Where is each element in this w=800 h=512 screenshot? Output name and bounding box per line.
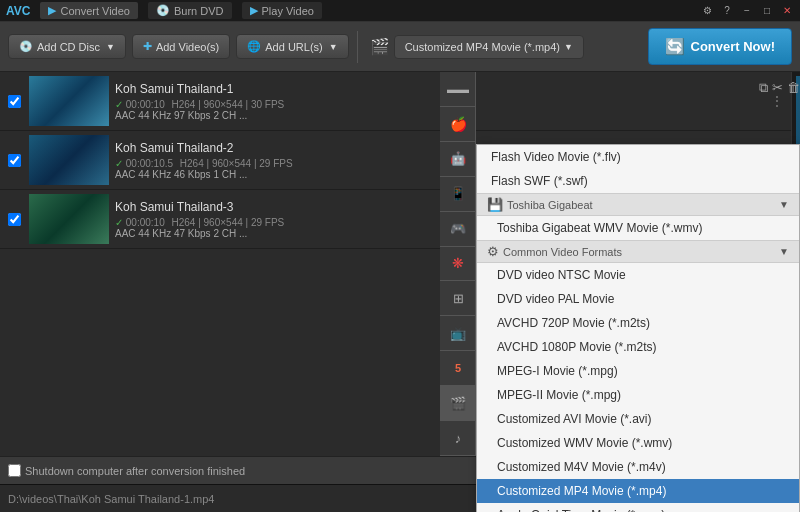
format-item-flv[interactable]: Flash Video Movie (*.flv) <box>477 145 799 169</box>
format-item-avchd-1080[interactable]: AVCHD 1080P Movie (*.m2ts) <box>477 335 799 359</box>
section-toshiba[interactable]: 💾 Toshiba Gigabeat ▼ <box>477 193 799 216</box>
format-item-m4v-label: Customized M4V Movie (*.m4v) <box>497 460 666 474</box>
help-icon[interactable]: ? <box>720 4 734 18</box>
format-item-toshiba-wmv[interactable]: Toshiba Gigabeat WMV Movie (*.wmv) <box>477 216 799 240</box>
sidebar-item-windows[interactable]: ⊞ <box>440 281 476 316</box>
shutdown-checkbox[interactable] <box>8 464 21 477</box>
sidebar-item-music[interactable]: ♪ <box>440 421 476 456</box>
add-url-button[interactable]: 🌐 Add URL(s) ▼ <box>236 34 348 59</box>
url-chevron[interactable]: ▼ <box>329 42 338 52</box>
tab-burn-dvd[interactable]: 💿 Burn DVD <box>148 2 232 19</box>
sidebar-item-film[interactable]: 🎬 <box>440 386 476 421</box>
sidebar-item-mobile[interactable]: 📱 <box>440 177 476 212</box>
section-toshiba-label: Toshiba Gigabeat <box>507 199 593 211</box>
video-format-icon: 🎬 <box>370 37 390 56</box>
format-item-flv-label: Flash Video Movie (*.flv) <box>491 150 621 164</box>
format-item-mpeg1-label: MPEG-I Movie (*.mpg) <box>497 364 618 378</box>
title-bar: AVC ▶ Convert Video 💿 Burn DVD ▶ Play Vi… <box>0 0 800 22</box>
add-videos-icon: ✚ <box>143 40 152 53</box>
add-videos-label: Add Video(s) <box>156 41 219 53</box>
format-item-dvd-ntsc[interactable]: DVD video NTSC Movie <box>477 263 799 287</box>
format-dropdown: Flash Video Movie (*.flv) Flash SWF (*.s… <box>476 144 800 512</box>
section-common-video-label: Common Video Formats <box>503 246 622 258</box>
shutdown-label: Shutdown computer after conversion finis… <box>25 465 245 477</box>
video-thumbnail <box>29 76 109 126</box>
sidebar-item-general[interactable]: ▬▬ <box>440 72 476 107</box>
close-button[interactable]: ✕ <box>780 4 794 18</box>
video-duration-val: 00:00:10 <box>126 217 165 228</box>
format-item-mp4-label: Customized MP4 Movie (*.mp4) <box>497 484 666 498</box>
url-icon: 🌐 <box>247 40 261 53</box>
video-thumbnail <box>29 194 109 244</box>
format-item-wmv[interactable]: Customized WMV Movie (*.wmv) <box>477 431 799 455</box>
copy-icon[interactable]: ⧉ <box>759 80 768 96</box>
add-cd-disc-button[interactable]: 💿 Add CD Disc ▼ <box>8 34 126 59</box>
add-videos-button[interactable]: ✚ Add Video(s) <box>132 34 230 59</box>
format-selector-label: Customized MP4 Movie (*.mp4) <box>405 41 560 53</box>
format-item-wmv-label: Customized WMV Movie (*.wmv) <box>497 436 672 450</box>
video-thumbnail <box>29 135 109 185</box>
format-item-mov[interactable]: Apple QuickTime Movie (*.mov) <box>477 503 799 512</box>
video-duration: ✓ <box>115 99 126 110</box>
section-common-video[interactable]: ⚙ Common Video Formats ▼ <box>477 240 799 263</box>
video-codec: H264 | 960×544 | 29 FPS <box>180 158 293 169</box>
sidebar-item-android[interactable]: 🤖 <box>440 142 476 177</box>
format-item-m4v[interactable]: Customized M4V Movie (*.m4v) <box>477 455 799 479</box>
shutdown-option[interactable]: Shutdown computer after conversion finis… <box>8 464 245 477</box>
toolbar-separator <box>357 31 358 63</box>
format-item-avchd-720-label: AVCHD 720P Movie (*.m2ts) <box>497 316 650 330</box>
format-item-mpeg2-label: MPEG-II Movie (*.mpg) <box>497 388 621 402</box>
format-item-mpeg2[interactable]: MPEG-II Movie (*.mpg) <box>477 383 799 407</box>
video-item-checkbox[interactable] <box>8 95 21 108</box>
video-item-checkbox[interactable] <box>8 154 21 167</box>
sidebar-item-apple[interactable]: 🍎 <box>440 107 476 142</box>
output-path: D:\videos\Thai\Koh Samui Thailand-1.mp4 <box>8 493 214 505</box>
minimize-button[interactable]: − <box>740 4 754 18</box>
app-logo: AVC <box>6 4 30 18</box>
format-selector-chevron: ▼ <box>564 42 573 52</box>
format-item-toshiba-wmv-label: Toshiba Gigabeat WMV Movie (*.wmv) <box>497 221 702 235</box>
format-item-mp4[interactable]: Customized MP4 Movie (*.mp4) <box>477 479 799 503</box>
format-item-swf[interactable]: Flash SWF (*.swf) <box>477 169 799 193</box>
convert-now-button[interactable]: 🔄 Convert Now! <box>648 28 793 65</box>
delete-icon[interactable]: 🗑 <box>787 80 800 95</box>
add-cd-disc-label: Add CD Disc <box>37 41 100 53</box>
format-item-avi[interactable]: Customized AVI Movie (*.avi) <box>477 407 799 431</box>
tab-play-video[interactable]: ▶ Play Video <box>242 2 322 19</box>
sidebar-item-game[interactable]: 🎮 <box>440 212 476 247</box>
convert-now-label: Convert Now! <box>691 39 776 54</box>
video-duration-icon: ✓ <box>115 217 126 228</box>
format-item-avchd-1080-label: AVCHD 1080P Movie (*.m2ts) <box>497 340 657 354</box>
video-duration-icon: ✓ <box>115 158 126 169</box>
video-duration-val: 00:00:10.5 <box>126 158 173 169</box>
sidebar-item-huawei[interactable]: ❋ <box>440 247 476 282</box>
format-item-dvd-ntsc-label: DVD video NTSC Movie <box>497 268 626 282</box>
settings-icon[interactable]: ⚙ <box>700 4 714 18</box>
toshiba-chevron: ▼ <box>779 199 789 210</box>
cd-icon: 💿 <box>19 40 33 53</box>
toolbar: 💿 Add CD Disc ▼ ✚ Add Video(s) 🌐 Add URL… <box>0 22 800 72</box>
format-selector[interactable]: Customized MP4 Movie (*.mp4) ▼ <box>394 35 584 59</box>
sidebar-item-html5[interactable]: 5 <box>440 351 476 386</box>
add-cd-chevron[interactable]: ▼ <box>106 42 115 52</box>
video-duration-val: 00:00:10 <box>126 99 165 110</box>
video-codec: H264 | 960×544 | 29 FPS <box>172 217 285 228</box>
format-item-dvd-pal-label: DVD video PAL Movie <box>497 292 614 306</box>
format-item-mov-label: Apple QuickTime Movie (*.mov) <box>497 508 665 512</box>
tab-convert-video[interactable]: ▶ Convert Video <box>40 2 138 19</box>
format-item-avchd-720[interactable]: AVCHD 720P Movie (*.m2ts) <box>477 311 799 335</box>
format-item-mpeg1[interactable]: MPEG-I Movie (*.mpg) <box>477 359 799 383</box>
sidebar-item-tv[interactable]: 📺 <box>440 316 476 351</box>
maximize-button[interactable]: □ <box>760 4 774 18</box>
add-url-label: Add URL(s) <box>265 41 322 53</box>
tab-convert-video-label: Convert Video <box>60 5 130 17</box>
refresh-icon: 🔄 <box>665 37 685 56</box>
format-item-dvd-pal[interactable]: DVD video PAL Movie <box>477 287 799 311</box>
category-sidebar: ▬▬ 🍎 🤖 📱 🎮 ❋ ⊞ 📺 5 🎬 ♪ <box>440 72 476 456</box>
scissors-icon[interactable]: ✂ <box>772 80 783 95</box>
format-item-avi-label: Customized AVI Movie (*.avi) <box>497 412 652 426</box>
video-item[interactable]: Koh Samui Thailand-1 ✓ 00:00:10 H264 | 9… <box>0 72 791 131</box>
format-item-swf-label: Flash SWF (*.swf) <box>491 174 588 188</box>
video-item-checkbox[interactable] <box>8 213 21 226</box>
video-item-options[interactable]: ⋮ <box>771 94 783 108</box>
